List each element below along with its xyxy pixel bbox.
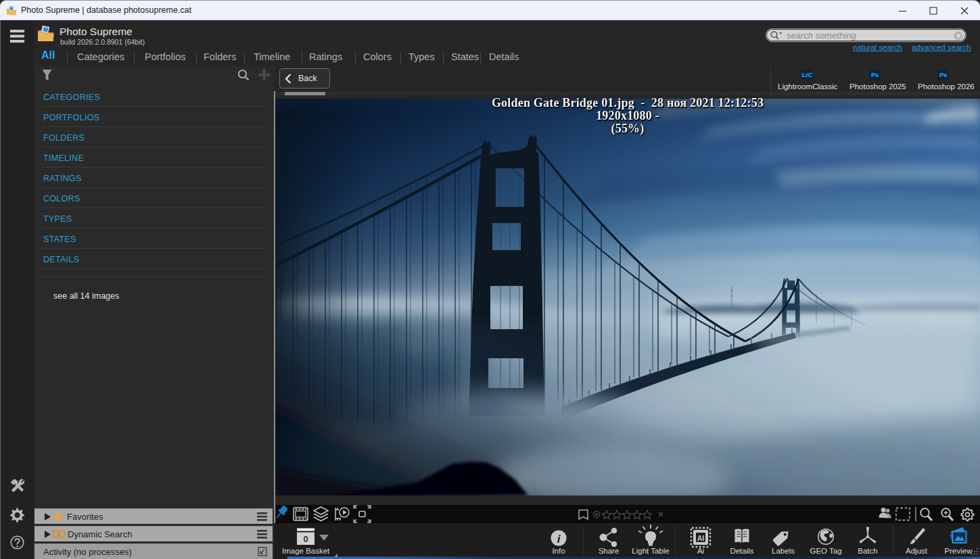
svg-text:Info: Info <box>552 547 565 555</box>
svg-text:Batch: Batch <box>858 547 877 555</box>
svg-text:Share: Share <box>599 547 620 555</box>
svg-text:GEO Tag: GEO Tag <box>810 547 841 555</box>
svg-text:Ai: Ai <box>697 547 704 555</box>
svg-text:Image Basket: Image Basket <box>282 547 330 555</box>
svg-text:Adjust: Adjust <box>906 547 928 555</box>
svg-text:0: 0 <box>303 534 308 544</box>
svg-text:Details: Details <box>730 547 753 555</box>
svg-text:Preview: Preview <box>945 547 973 555</box>
svg-text:AI: AI <box>697 534 705 542</box>
svg-text:Labels: Labels <box>772 547 795 555</box>
svg-text:Light Table: Light Table <box>632 547 669 555</box>
